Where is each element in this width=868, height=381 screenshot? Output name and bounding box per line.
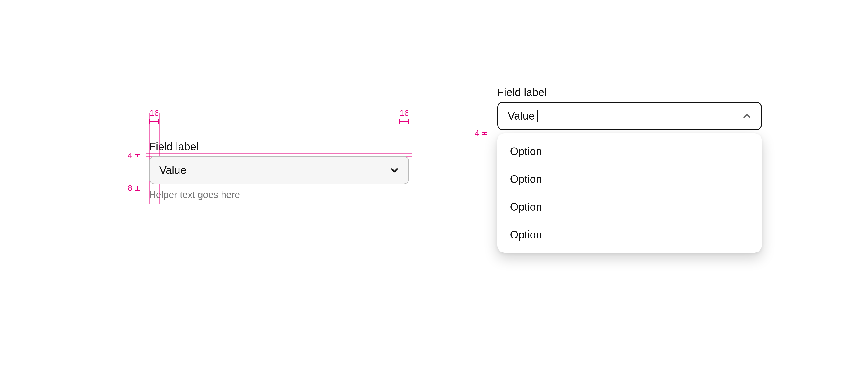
dropdown-field[interactable]: Value (149, 156, 409, 184)
dropdown-value: Value (159, 164, 186, 176)
dropdown-option[interactable]: Option (497, 165, 762, 193)
chevron-down-icon (390, 166, 399, 175)
field-label: Field label (149, 140, 409, 153)
redline-value: 4 (128, 151, 132, 160)
dropdown-option[interactable]: Option (497, 193, 762, 221)
redline-h-bracket (149, 119, 159, 124)
redline-value: 4 (475, 129, 479, 138)
chevron-up-icon (742, 112, 751, 121)
redline-value: 16 (399, 108, 409, 118)
redline-guide (495, 134, 765, 134)
dropdown-open-spec: Field label Value 4 Option Option Option… (497, 86, 762, 253)
dropdown-option[interactable]: Option (497, 137, 762, 165)
redline-value: 8 (128, 184, 132, 193)
dropdown-closed-spec: 16 16 Field label 4 Value 8 (149, 140, 409, 200)
redline-guide (409, 114, 409, 204)
field-label: Field label (497, 86, 762, 99)
redline-h-bracket (399, 119, 409, 124)
helper-text: Helper text goes here (149, 189, 409, 200)
dropdown-option[interactable]: Option (497, 221, 762, 249)
dropdown-field-focused[interactable]: Value (497, 102, 762, 130)
dropdown-menu: Option Option Option Option (497, 133, 762, 253)
redline-v-bracket (483, 132, 487, 135)
redline-gap-field-helper: 8 (128, 184, 140, 193)
redline-padding-right: 16 (399, 108, 409, 124)
dropdown-value: Value (508, 109, 535, 122)
redline-guide (146, 185, 412, 185)
redline-value: 16 (149, 108, 159, 118)
text-cursor-icon (537, 110, 538, 122)
redline-guide (146, 190, 412, 190)
redline-guide (146, 153, 412, 154)
redline-v-bracket (135, 186, 140, 191)
redline-v-bracket (135, 154, 140, 157)
redline-gap-field-menu: 4 (475, 129, 487, 138)
redline-padding-left: 16 (149, 108, 159, 124)
redline-guide (495, 131, 765, 131)
redline-gap-label-field: 4 (128, 151, 140, 160)
